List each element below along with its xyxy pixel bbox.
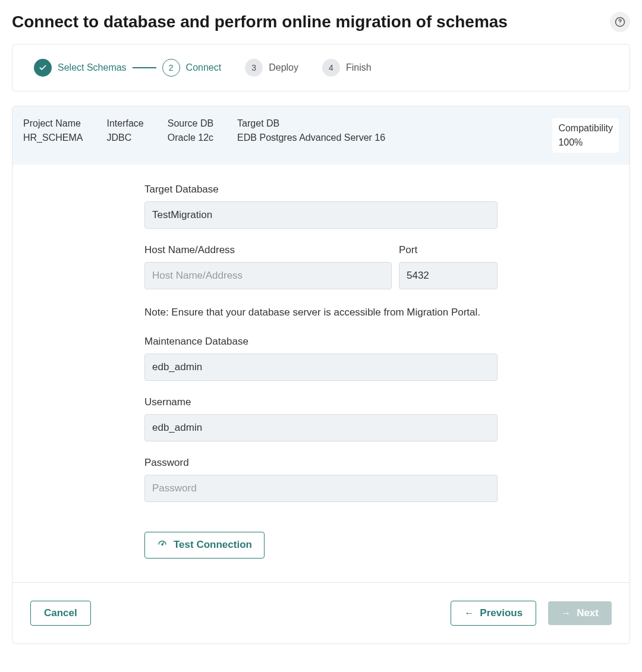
summary-project-name: Project Name HR_SCHEMA: [23, 118, 83, 153]
arrow-right-icon: →: [561, 608, 571, 619]
summary-value: EDB Postgres Advanced Server 16: [237, 132, 385, 143]
step-label: Select Schemas: [58, 62, 127, 73]
step-finish: 4 Finish: [322, 59, 372, 77]
next-button[interactable]: → Next: [548, 601, 612, 625]
stepper-card: Select Schemas 2 Connect 3 Deploy 4 Fini…: [12, 44, 630, 92]
maintenance-database-label: Maintenance Database: [144, 336, 498, 348]
port-label: Port: [399, 244, 498, 256]
summary-source-db: Source DB Oracle 12c: [168, 118, 213, 153]
step-label: Connect: [186, 62, 222, 73]
test-connection-label: Test Connection: [174, 539, 252, 551]
step-connect[interactable]: 2 Connect: [162, 59, 222, 77]
summary-label: Source DB: [168, 118, 213, 129]
summary-bar: Project Name HR_SCHEMA Interface JDBC So…: [12, 106, 630, 165]
summary-compatibility: Compatibility 100%: [552, 118, 619, 153]
port-input[interactable]: [399, 262, 498, 289]
main-card: Project Name HR_SCHEMA Interface JDBC So…: [12, 106, 630, 644]
footer-actions: Cancel ← Previous → Next: [12, 582, 630, 643]
gauge-icon: [157, 538, 168, 552]
summary-interface: Interface JDBC: [106, 118, 143, 153]
note-text: Note: Ensure that your database server i…: [144, 305, 498, 320]
svg-point-3: [162, 544, 163, 545]
summary-value: HR_SCHEMA: [23, 132, 83, 143]
arrow-left-icon: ←: [464, 608, 474, 619]
summary-value: Oracle 12c: [168, 132, 213, 143]
host-label: Host Name/Address: [144, 244, 392, 256]
summary-label: Interface: [106, 118, 143, 129]
step-deploy: 3 Deploy: [245, 59, 298, 77]
step-number: 4: [322, 59, 340, 77]
step-number: 3: [245, 59, 263, 77]
summary-label: Compatibility: [558, 123, 613, 134]
username-input[interactable]: [144, 414, 498, 441]
target-database-input[interactable]: [144, 201, 498, 229]
next-label: Next: [577, 607, 599, 619]
step-number: 2: [162, 59, 180, 77]
username-label: Username: [144, 396, 498, 408]
cancel-button[interactable]: Cancel: [30, 601, 91, 626]
check-icon: [34, 59, 52, 77]
summary-value: JDBC: [106, 132, 143, 143]
maintenance-database-input[interactable]: [144, 354, 498, 381]
step-label: Deploy: [269, 62, 298, 73]
previous-button[interactable]: ← Previous: [451, 601, 536, 626]
step-connector: [133, 67, 156, 68]
page-title: Connect to database and perform online m…: [12, 12, 508, 31]
help-icon[interactable]: [610, 12, 630, 32]
summary-label: Target DB: [237, 118, 385, 129]
host-input[interactable]: [144, 262, 392, 289]
target-database-label: Target Database: [144, 184, 498, 195]
cancel-label: Cancel: [44, 607, 77, 619]
svg-point-1: [619, 24, 620, 24]
summary-value: 100%: [558, 137, 613, 148]
summary-label: Project Name: [23, 118, 83, 129]
test-connection-button[interactable]: Test Connection: [144, 532, 265, 559]
password-label: Password: [144, 457, 498, 469]
summary-target-db: Target DB EDB Postgres Advanced Server 1…: [237, 118, 385, 153]
previous-label: Previous: [480, 607, 523, 619]
password-input[interactable]: [144, 475, 498, 502]
step-select-schemas[interactable]: Select Schemas: [34, 59, 127, 77]
step-label: Finish: [346, 62, 372, 73]
